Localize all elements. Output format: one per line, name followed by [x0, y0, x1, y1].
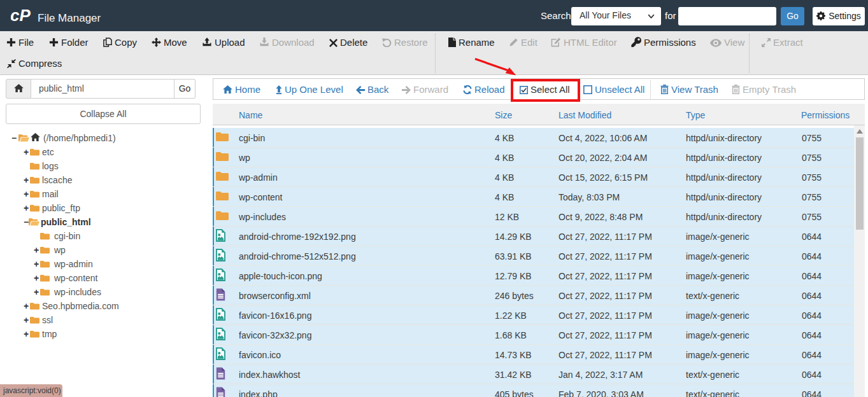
svg-text:cP: cP [11, 8, 31, 24]
